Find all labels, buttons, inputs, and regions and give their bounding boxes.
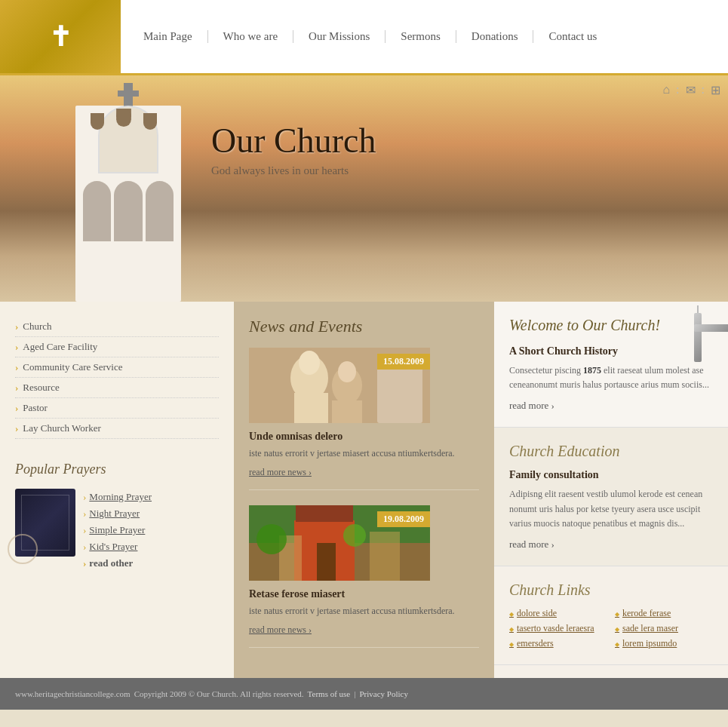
news-headline-2: Retase ferose miasert [249, 588, 479, 600]
links-section: Church Links dolore side kerode ferase t… [494, 566, 728, 665]
hero-title: Our Church [211, 121, 376, 161]
church-link-5[interactable]: lorem ipsumdo [615, 638, 713, 649]
news-body-1: iste natus errorit v jertase miasert acc… [249, 446, 479, 460]
prayer-read-other[interactable]: read other [83, 555, 152, 572]
bell-3 [143, 113, 157, 130]
footer-terms[interactable]: Terms of use [308, 689, 351, 698]
svg-rect-14 [370, 532, 400, 581]
links-title: Church Links [509, 581, 713, 599]
bell-2 [116, 109, 131, 127]
news-item-2: 19.08.2009 Retase ferose miasert iste na… [249, 505, 479, 648]
svg-point-4 [338, 361, 356, 382]
sidebar-link-resource[interactable]: Resource [15, 378, 219, 398]
footer: www.heritagechristiancollege.com Copyrig… [0, 678, 728, 710]
cross-arm [694, 324, 728, 332]
sitemap-icon[interactable]: ⊞ [711, 83, 720, 97]
sidebar-links-list: Church Aged Care Facility Community Care… [15, 317, 219, 439]
footer-privacy[interactable]: Privacy Policy [359, 689, 407, 698]
svg-rect-7 [377, 363, 422, 423]
news-item-1: 15.08.2009 Unde omnisas delero iste natu… [249, 348, 479, 490]
education-section: Church Education Family consultation Adi… [494, 428, 728, 566]
prayers-content: Morning Prayer Night Prayer Simple Praye… [15, 489, 219, 572]
prayer-night[interactable]: Night Prayer [83, 505, 152, 522]
cross-decoration [679, 313, 717, 366]
welcome-section: Welcome to Our Church! A Short Church Hi… [494, 302, 728, 428]
center-content: News and Events 15. [234, 302, 494, 678]
education-read-more[interactable]: read more › [509, 538, 554, 550]
nav-main-page[interactable]: Main Page [136, 30, 208, 43]
prayer-book-image [15, 489, 75, 557]
bell-arch [83, 181, 174, 241]
sidebar-link-community[interactable]: Community Care Service [15, 357, 219, 378]
education-title: Church Education [509, 443, 713, 460]
news-date-1: 15.08.2009 [377, 354, 430, 370]
prayers-title: Popular Prayers [15, 462, 219, 477]
hero-text-block: Our Church God always lives in our heart… [211, 121, 376, 177]
education-subtitle: Family consultation [509, 469, 713, 481]
prayers-list: Morning Prayer Night Prayer Simple Praye… [83, 489, 152, 572]
news-date-2: 19.08.2009 [377, 511, 430, 527]
svg-rect-5 [294, 393, 328, 423]
svg-rect-12 [296, 505, 353, 522]
logo-cross: ✝ [49, 21, 72, 53]
church-tower [75, 106, 181, 302]
church-link-1[interactable]: kerode ferase [615, 608, 713, 619]
news-body-2: iste natus errorit v jertase miasert acc… [249, 604, 479, 618]
right-panel: Welcome to Our Church! A Short Church Hi… [494, 302, 728, 678]
sidebar-link-church[interactable]: Church [15, 317, 219, 337]
nav-who-we-are[interactable]: Who we are [208, 30, 293, 43]
hero-section: Our Church God always lives in our heart… [0, 75, 728, 302]
prayer-morning[interactable]: Morning Prayer [83, 489, 152, 505]
nav-donations[interactable]: Donations [456, 30, 534, 43]
hero-subtitle: God always lives in our hearts [211, 164, 376, 177]
footer-separator: | [354, 689, 355, 698]
prayer-simple[interactable]: Simple Prayer [83, 522, 152, 538]
news-read-more-1[interactable]: read more news › [249, 467, 312, 477]
church-link-2[interactable]: taserto vasde leraesra [509, 623, 607, 634]
prayer-kids[interactable]: Kid's Prayer [83, 538, 152, 555]
footer-copyright: Copyright 2009 © Our Church. All rights … [134, 689, 304, 698]
news-image-wrapper-2: 19.08.2009 [249, 505, 430, 581]
education-body: Adipisng elit raesent vestib ulumol kero… [509, 487, 713, 531]
svg-point-16 [256, 524, 287, 554]
news-headline-1: Unde omnisas delero [249, 431, 479, 443]
sidebar-link-aged-care[interactable]: Aged Care Facility [15, 337, 219, 357]
svg-rect-6 [332, 400, 362, 423]
links-grid: dolore side kerode ferase taserto vasde … [509, 608, 713, 649]
logo-area: ✝ [0, 0, 121, 73]
nav-sermons[interactable]: Sermons [386, 30, 456, 43]
nav-our-missions[interactable]: Our Missions [293, 30, 386, 43]
sidebar-link-lay-worker[interactable]: Lay Church Worker [15, 419, 219, 439]
svg-rect-11 [317, 543, 336, 581]
home-icon[interactable]: ⌂ [662, 83, 670, 97]
news-title: News and Events [249, 317, 479, 336]
cross-body [694, 313, 702, 362]
news-image-wrapper-1: 15.08.2009 [249, 348, 430, 423]
hero-utility-icons: ⌂ : ✉ : ⊞ [662, 83, 720, 97]
svg-point-15 [343, 524, 366, 547]
main-wrapper: Church Aged Care Facility Community Care… [0, 302, 728, 678]
nav-contact-us[interactable]: Contact us [533, 30, 612, 43]
rosary-decoration [8, 534, 38, 564]
church-link-3[interactable]: sade lera maser [615, 623, 713, 634]
svg-point-2 [299, 351, 320, 375]
sidebar: Church Aged Care Facility Community Care… [0, 302, 234, 678]
church-link-0[interactable]: dolore side [509, 608, 607, 619]
sidebar-link-pastor[interactable]: Pastor [15, 398, 219, 419]
news-read-more-2[interactable]: read more news › [249, 624, 312, 635]
header: ✝ Main Page Who we are Our Missions Serm… [0, 0, 728, 75]
welcome-body: Consectetur piscing 1875 elit raeseat ul… [509, 364, 713, 392]
main-nav: Main Page Who we are Our Missions Sermon… [121, 0, 728, 73]
bell-1 [91, 113, 104, 130]
church-link-4[interactable]: emersders [509, 638, 607, 649]
welcome-read-more[interactable]: read more › [509, 400, 554, 411]
mail-icon[interactable]: ✉ [686, 83, 696, 97]
prayers-section: Popular Prayers Morning Prayer Night Pra… [15, 462, 219, 572]
church-illustration [15, 83, 241, 302]
footer-url: www.heritagechristiancollege.com [15, 689, 131, 698]
